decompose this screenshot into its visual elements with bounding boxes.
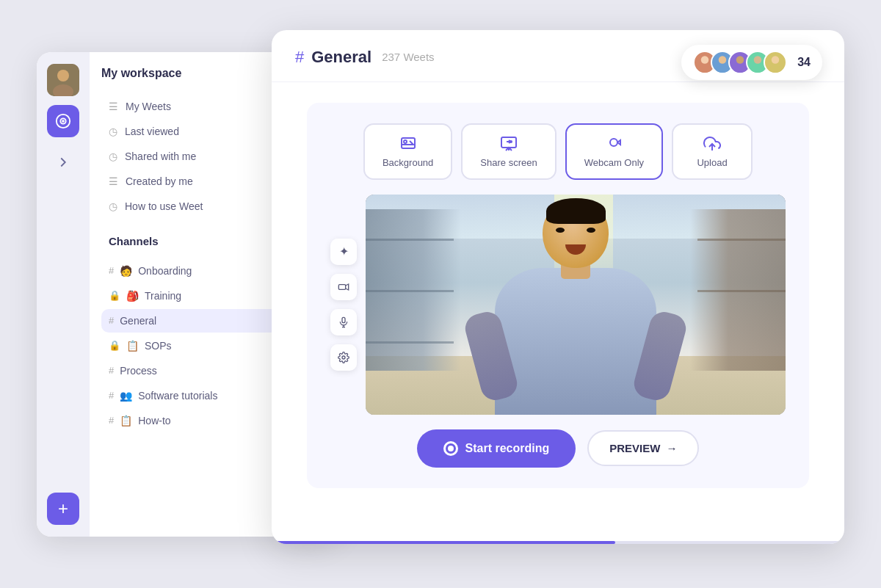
upload-icon <box>703 135 721 153</box>
svg-point-26 <box>751 65 764 74</box>
video-preview <box>366 195 786 415</box>
svg-point-20 <box>698 65 711 74</box>
channel-label: Onboarding <box>138 265 192 277</box>
settings-tool-button[interactable] <box>330 344 357 371</box>
shelf-line-1 <box>366 239 454 241</box>
preview-button[interactable]: PREVIEW → <box>587 430 699 466</box>
channel-label: Training <box>145 290 181 302</box>
shelf-line-r1 <box>697 239 786 241</box>
upload-mode-button[interactable]: Upload <box>672 123 753 180</box>
clock-icon: ◷ <box>109 126 117 137</box>
start-recording-button[interactable]: Start recording <box>417 429 576 468</box>
main-panel: # General 237 Weets Background <box>272 30 844 544</box>
sidebar-item-label: Created by me <box>126 175 193 187</box>
shelf-line-3 <box>366 341 454 344</box>
magic-tool-button[interactable]: ✦ <box>330 239 357 265</box>
arrow-right-icon: → <box>666 442 677 454</box>
list-icon: ☰ <box>109 175 118 187</box>
svg-point-19 <box>701 56 709 64</box>
avatar-stack <box>693 51 787 74</box>
progress-bar <box>272 541 844 544</box>
sidebar-item-label: Shared with me <box>125 150 196 162</box>
record-indicator <box>443 441 458 456</box>
shelf-line-r2 <box>697 290 786 292</box>
add-icon-btn[interactable]: + <box>47 493 79 525</box>
channel-emoji: 👥 <box>120 390 132 402</box>
lock-icon: # <box>109 415 114 426</box>
head <box>543 198 609 268</box>
webcam-mode-label: Webcam Only <box>584 157 644 168</box>
svg-point-24 <box>733 65 747 74</box>
avatar-5 <box>764 51 787 74</box>
svg-point-25 <box>754 56 762 64</box>
svg-point-18 <box>342 356 345 359</box>
channel-emoji: 🎒 <box>126 290 139 302</box>
hash-icon: # <box>109 365 114 376</box>
send-icon-btn[interactable] <box>47 146 79 178</box>
upload-mode-label: Upload <box>697 157 727 168</box>
mouth <box>565 244 586 255</box>
background-mode-label: Background <box>383 157 433 168</box>
user-avatar[interactable] <box>47 64 79 96</box>
icon-rail: + <box>37 52 90 537</box>
preview-label: PREVIEW <box>609 442 660 454</box>
channel-label: Software tutorials <box>138 390 217 402</box>
channels-section-title: Channels <box>109 235 159 247</box>
webcam-only-mode-button[interactable]: Webcam Only <box>565 123 663 180</box>
recording-mode-buttons: Background Share screen <box>330 123 786 180</box>
channel-label: General <box>120 315 156 327</box>
svg-point-28 <box>769 65 782 74</box>
help-icon: ◷ <box>109 200 117 212</box>
webcam-icon <box>605 135 623 153</box>
hash-icon: # <box>109 265 114 276</box>
share-screen-mode-label: Share screen <box>480 157 537 168</box>
channel-label: SOPs <box>145 340 172 352</box>
channel-emoji: 🧑 <box>120 265 132 277</box>
channel-emoji: 📋 <box>120 415 132 427</box>
progress-fill <box>272 541 615 544</box>
settings-icon <box>338 352 349 363</box>
video-tool-button[interactable] <box>330 274 357 300</box>
weet-count: 237 Weets <box>382 51 434 63</box>
svg-point-21 <box>719 56 727 64</box>
svg-point-23 <box>736 56 744 64</box>
svg-rect-14 <box>338 284 345 289</box>
background-icon <box>399 135 417 153</box>
sidebar-item-label: How to use Weet <box>125 200 203 212</box>
avatar-count: 34 <box>797 56 811 69</box>
weet-icon-btn[interactable] <box>47 105 79 137</box>
side-tools: ✦ <box>330 239 357 371</box>
person-body <box>495 224 656 415</box>
svg-point-27 <box>772 56 780 64</box>
mic-tool-button[interactable] <box>330 309 357 335</box>
channel-name: General <box>311 48 371 67</box>
channel-label: How-to <box>138 415 170 427</box>
video-wrapper: ✦ <box>330 195 786 415</box>
bottom-actions: Start recording PREVIEW → <box>330 429 786 468</box>
mic-icon <box>338 316 349 328</box>
hash-icon: # <box>109 390 114 401</box>
screen-share-icon <box>500 135 518 153</box>
list-icon: ☰ <box>109 101 118 112</box>
svg-point-5 <box>62 120 64 122</box>
channel-emoji: 📋 <box>126 340 139 352</box>
content-area: Background Share screen <box>272 82 844 509</box>
sidebar-item-label: My Weets <box>126 101 171 112</box>
shirt <box>495 268 656 415</box>
channel-label: Process <box>120 365 157 377</box>
hash-icon: # <box>109 315 114 326</box>
start-recording-label: Start recording <box>465 442 550 455</box>
hair <box>546 198 606 224</box>
app-container: + My workspace ▾ ☰ My Weets ◷ Last viewe… <box>37 30 844 559</box>
share-screen-mode-button[interactable]: Share screen <box>461 123 556 180</box>
channel-hash-icon: # <box>295 48 304 67</box>
lock-icon: 🔒 <box>109 340 120 351</box>
record-dot-inner <box>448 446 454 451</box>
sidebar-item-label: Last viewed <box>125 126 179 137</box>
background-mode-button[interactable]: Background <box>363 123 452 180</box>
right-eye <box>587 228 595 233</box>
shelf-line-2 <box>366 290 454 292</box>
avatar-group[interactable]: 34 <box>681 45 822 80</box>
left-eye <box>556 228 565 233</box>
svg-rect-15 <box>342 317 345 322</box>
